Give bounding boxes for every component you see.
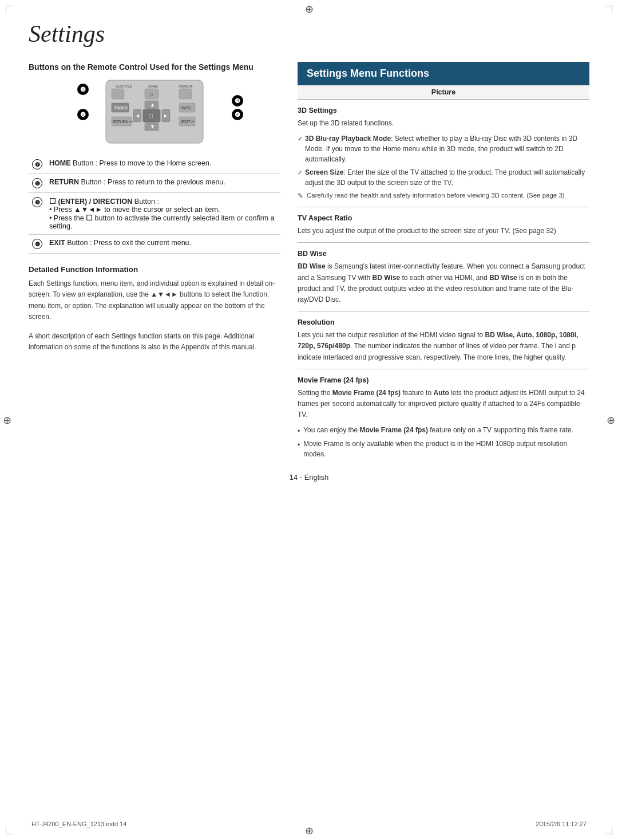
btn-num-1: ❶: [29, 155, 46, 174]
bd-wise-text: BD Wise is Samsung's latest inter-connec…: [298, 261, 589, 305]
compass-left-icon: ⊕: [3, 414, 11, 427]
circle-3: ❸: [32, 197, 42, 207]
svg-text:RETURN ↩: RETURN ↩: [113, 120, 133, 124]
btn-desc-3: ☐ (ENTER) / DIRECTION Button : • Press ▲…: [46, 193, 280, 235]
svg-text:SUBTITLE: SUBTITLE: [116, 85, 132, 88]
3d-settings-intro: Set up the 3D related functions.: [298, 118, 589, 129]
movie-frame-bullet-1: • You can enjoy the Movie Frame (24 fps)…: [298, 425, 589, 436]
table-row: ❹ EXIT Button : Press to exit the curren…: [29, 235, 280, 254]
table-row: ❸ ☐ (ENTER) / DIRECTION Button : • Press…: [29, 193, 280, 235]
btn-num-3: ❸: [29, 193, 46, 235]
bullet-dot-1: •: [298, 426, 300, 436]
tv-aspect-text: Lets you adjust the output of the produc…: [298, 226, 589, 236]
circle-2: ❷: [32, 178, 42, 188]
3d-settings-title: 3D Settings: [298, 107, 589, 115]
table-row: ❷ RETURN Button : Press to return to the…: [29, 174, 280, 193]
btn-num-2: ❷: [29, 174, 46, 193]
callout-circle-4: ❹: [232, 109, 243, 120]
btn-num-4: ❹: [29, 235, 46, 254]
left-section-title: Buttons on the Remote Control Used for t…: [29, 62, 280, 72]
detailed-para-1: Each Settings function, menu item, and i…: [29, 278, 280, 322]
tv-aspect-title: TV Aspect Ratio: [298, 214, 589, 222]
svg-text:EXIT ↵: EXIT ↵: [181, 120, 195, 124]
section-divider-4: [298, 369, 589, 369]
section-divider-2: [298, 242, 589, 243]
btn-desc-2: RETURN Button : Press to return to the p…: [46, 174, 280, 193]
callout-circle-3: ❸: [232, 95, 243, 107]
bullet-text-2: Movie Frame is only available when the p…: [303, 439, 589, 459]
btn-desc-1: HOME Button : Press to move to the Home …: [46, 155, 280, 174]
page-number: 14 - English: [29, 473, 589, 482]
circle-4: ❹: [32, 239, 42, 249]
callout-circle-1: ❶: [77, 84, 89, 95]
note-icon: ✎: [298, 191, 303, 201]
page-num-text: 14: [290, 473, 298, 482]
remote-body: ❶ ❷ ❸ ❹: [94, 79, 215, 147]
bullet-dot-2: •: [298, 440, 300, 450]
svg-text:INFO: INFO: [181, 106, 191, 110]
detailed-section-title: Detailed Function Information: [29, 265, 280, 274]
page-footer: HT-J4200_EN-ENG_1213.indd 14 2015/2/6 11…: [0, 821, 618, 827]
3d-bluray-item: ✓ 3D Blu-ray Playback Mode: Select wheth…: [298, 133, 589, 164]
right-column: Settings Menu Functions Picture 3D Setti…: [298, 62, 589, 462]
svg-text:►: ►: [163, 113, 168, 119]
footer-file-info: HT-J4200_EN-ENG_1213.indd 14: [31, 821, 126, 827]
note-text: Carefully read the health and safety inf…: [307, 191, 565, 200]
svg-text:TOOLS: TOOLS: [114, 106, 128, 110]
svg-text:HOME: HOME: [148, 85, 158, 88]
compass-right-icon: ⊕: [607, 414, 615, 427]
corner-br: [605, 827, 612, 834]
page-content: Settings Buttons on the Remote Control U…: [0, 0, 618, 510]
svg-text:▼: ▼: [150, 124, 155, 129]
screen-size-text: Screen Size: Enter the size of the TV at…: [305, 167, 589, 188]
callout-circle-2: ❷: [77, 109, 89, 120]
checkmark-icon-2: ✓: [298, 168, 303, 178]
svg-text:⌂: ⌂: [150, 90, 153, 97]
screen-size-item: ✓ Screen Size: Enter the size of the TV …: [298, 167, 589, 188]
movie-frame-text: Setting the Movie Frame (24 fps) feature…: [298, 388, 589, 421]
two-column-layout: Buttons on the Remote Control Used for t…: [29, 62, 589, 462]
corner-tr: [605, 6, 612, 13]
3d-note: ✎ Carefully read the health and safety i…: [298, 191, 589, 201]
table-row: ❶ HOME Button : Press to move to the Hom…: [29, 155, 280, 174]
detailed-para-2: A short description of each Settings fun…: [29, 331, 280, 353]
movie-frame-bullet-2: • Movie Frame is only available when the…: [298, 439, 589, 459]
corner-tl: [6, 6, 13, 13]
section-divider-3: [298, 311, 589, 311]
remote-svg: SUBTITLE HOME REPEAT ⌂ TOOLS: [94, 79, 215, 145]
bullet-text-1: You can enjoy the Movie Frame (24 fps) f…: [303, 425, 573, 435]
svg-text:REPEAT: REPEAT: [179, 85, 193, 88]
resolution-title: Resolution: [298, 318, 589, 326]
circle-1: ❶: [32, 159, 42, 169]
compass-top-icon: ⊕: [305, 3, 314, 15]
settings-menu-header: Settings Menu Functions: [298, 62, 589, 85]
svg-rect-7: [179, 89, 192, 99]
svg-text:▲: ▲: [150, 102, 155, 108]
3d-bluray-text: 3D Blu-ray Playback Mode: Select whether…: [305, 133, 589, 164]
btn-desc-4: EXIT Button : Press to exit the current …: [46, 235, 280, 254]
movie-frame-title: Movie Frame (24 fps): [298, 376, 589, 384]
svg-rect-6: [112, 89, 124, 99]
footer-date-info: 2015/2/6 11:12:27: [536, 821, 587, 827]
resolution-text: Lets you set the output resolution of th…: [298, 330, 589, 363]
bd-wise-title: BD Wise: [298, 250, 589, 258]
picture-header: Picture: [298, 85, 589, 100]
page-label-text: - English: [300, 473, 329, 482]
page-title: Settings: [29, 20, 589, 48]
buttons-table: ❶ HOME Button : Press to move to the Hom…: [29, 155, 280, 254]
left-column: Buttons on the Remote Control Used for t…: [29, 62, 280, 462]
corner-bl: [6, 827, 13, 834]
remote-control-area: ❶ ❷ ❸ ❹: [29, 79, 280, 147]
svg-text:◄: ◄: [135, 113, 140, 119]
svg-text:☐: ☐: [149, 113, 153, 119]
checkmark-icon: ✓: [298, 134, 303, 144]
section-divider-1: [298, 207, 589, 207]
